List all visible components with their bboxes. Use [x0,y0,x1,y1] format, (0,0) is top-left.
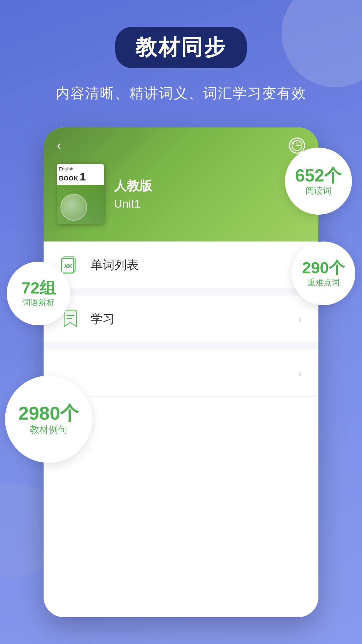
stat-label-key-words: 重难点词 [307,277,340,287]
title-badge: 教材同步 [115,27,247,68]
svg-point-0 [292,141,302,151]
bg-decoration-circle-tr [282,0,362,87]
stat-number-290: 290个 [302,259,345,277]
page-title: 教材同步 [135,35,227,59]
book-publisher: 人教版 [114,177,152,195]
book-label-book: BOOK [59,175,78,182]
book-info: English BOOK 1 人教版 Unit1 [57,164,305,224]
menu-item-study-label: 学习 [90,311,298,327]
menu-divider-2 [44,343,318,350]
menu-divider-1 [44,289,318,296]
book-cover: English BOOK 1 [57,164,104,224]
menu-item-word-list[interactable]: ABC 单词列表 › [44,241,318,289]
subtitle: 内容清晰、精讲词义、词汇学习变有效 [0,84,362,103]
book-label-english: English [59,166,73,171]
stat-number-72: 72组 [21,279,55,297]
phone-nav: ‹ [57,138,305,154]
menu-item-study[interactable]: 学习 › [44,296,318,343]
chevron-right-icon-2: › [298,313,302,325]
menu-item-word-list-label: 单词列表 [90,257,298,273]
phone-mockup: ‹ English BOOK 1 [44,127,318,617]
menu-item-third[interactable]: › [44,350,318,397]
book-cover-globe [60,194,87,221]
phone-content: ABC 单词列表 › 学习 › › [44,241,318,397]
stat-number-2980: 2980个 [18,403,79,424]
chevron-right-icon-3: › [298,367,302,379]
stat-badge-reading-words: 652个 阅读词 [285,148,352,215]
abc-icon: ABC [60,255,80,275]
book-label-number: 1 [80,171,86,182]
stat-badge-key-words: 290个 重难点词 [292,241,355,305]
stat-number-652: 652个 [295,166,342,185]
stat-badge-example-sentences: 2980个 教材例句 [5,376,92,463]
phone-header: ‹ English BOOK 1 [44,127,318,241]
book-text-info: 人教版 Unit1 [114,177,152,210]
stat-label-reading-words: 阅读词 [305,185,331,197]
stat-badge-word-groups: 72组 词语辨析 [7,262,70,325]
stat-label-word-groups: 词语辨析 [22,297,55,308]
back-button[interactable]: ‹ [57,139,61,153]
book-unit: Unit1 [114,197,152,210]
svg-text:ABC: ABC [64,263,73,269]
stat-label-example-sentences: 教材例句 [30,424,67,436]
